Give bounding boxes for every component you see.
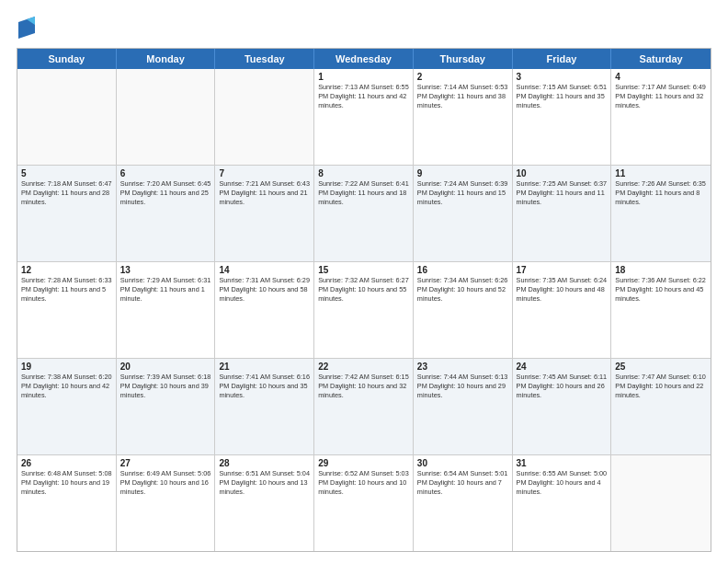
calendar-cell-day-4: 4Sunrise: 7:17 AM Sunset: 6:49 PM Daylig… <box>611 69 711 165</box>
cell-info-22: Sunrise: 7:42 AM Sunset: 6:15 PM Dayligh… <box>318 373 409 401</box>
day-number-2: 2 <box>417 72 508 82</box>
cell-info-4: Sunrise: 7:17 AM Sunset: 6:49 PM Dayligh… <box>615 83 707 111</box>
cell-info-3: Sunrise: 7:15 AM Sunset: 6:51 PM Dayligh… <box>517 83 608 111</box>
calendar-cell-day-29: 29Sunrise: 6:52 AM Sunset: 5:03 PM Dayli… <box>314 455 414 551</box>
day-number-3: 3 <box>517 72 608 82</box>
day-number-22: 22 <box>318 362 409 372</box>
cell-info-10: Sunrise: 7:25 AM Sunset: 6:37 PM Dayligh… <box>517 179 608 208</box>
day-number-27: 27 <box>120 458 211 468</box>
calendar-cell-day-3: 3Sunrise: 7:15 AM Sunset: 6:51 PM Daylig… <box>513 69 612 165</box>
cell-info-29: Sunrise: 6:52 AM Sunset: 5:03 PM Dayligh… <box>318 469 409 498</box>
day-number-6: 6 <box>120 168 211 178</box>
calendar-row-4: 26Sunrise: 6:48 AM Sunset: 5:08 PM Dayli… <box>17 455 711 551</box>
day-number-16: 16 <box>417 265 508 275</box>
calendar-cell-day-8: 8Sunrise: 7:22 AM Sunset: 6:41 PM Daylig… <box>314 166 414 261</box>
calendar-cell-day-12: 12Sunrise: 7:28 AM Sunset: 6:33 PM Dayli… <box>17 262 117 358</box>
day-number-29: 29 <box>318 458 409 468</box>
cell-info-6: Sunrise: 7:20 AM Sunset: 6:45 PM Dayligh… <box>120 179 211 208</box>
cell-info-25: Sunrise: 7:47 AM Sunset: 6:10 PM Dayligh… <box>615 373 707 401</box>
calendar-cell-day-31: 31Sunrise: 6:55 AM Sunset: 5:00 PM Dayli… <box>513 455 612 551</box>
calendar-cell-day-11: 11Sunrise: 7:26 AM Sunset: 6:35 PM Dayli… <box>611 166 711 261</box>
calendar-cell-day-27: 27Sunrise: 6:49 AM Sunset: 5:06 PM Dayli… <box>117 455 216 551</box>
cell-info-12: Sunrise: 7:28 AM Sunset: 6:33 PM Dayligh… <box>21 276 112 304</box>
day-number-8: 8 <box>318 168 409 178</box>
calendar-cell-day-30: 30Sunrise: 6:54 AM Sunset: 5:01 PM Dayli… <box>414 455 513 551</box>
logo-icon <box>18 17 35 39</box>
cell-info-23: Sunrise: 7:44 AM Sunset: 6:13 PM Dayligh… <box>417 373 508 401</box>
cell-info-14: Sunrise: 7:31 AM Sunset: 6:29 PM Dayligh… <box>219 276 310 304</box>
calendar-cell-day-25: 25Sunrise: 7:47 AM Sunset: 6:10 PM Dayli… <box>611 359 711 454</box>
day-number-25: 25 <box>615 362 707 372</box>
day-number-1: 1 <box>318 72 409 82</box>
calendar-cell-day-26: 26Sunrise: 6:48 AM Sunset: 5:08 PM Dayli… <box>17 455 117 551</box>
calendar-cell-day-20: 20Sunrise: 7:39 AM Sunset: 6:18 PM Dayli… <box>117 359 216 454</box>
cell-info-9: Sunrise: 7:24 AM Sunset: 6:39 PM Dayligh… <box>417 179 508 208</box>
day-number-4: 4 <box>615 72 707 82</box>
calendar-cell-day-18: 18Sunrise: 7:36 AM Sunset: 6:22 PM Dayli… <box>611 262 711 358</box>
calendar-cell-day-24: 24Sunrise: 7:45 AM Sunset: 6:11 PM Dayli… <box>513 359 612 454</box>
cell-info-16: Sunrise: 7:34 AM Sunset: 6:26 PM Dayligh… <box>417 276 508 304</box>
calendar-row-2: 12Sunrise: 7:28 AM Sunset: 6:33 PM Dayli… <box>17 262 711 359</box>
cell-info-30: Sunrise: 6:54 AM Sunset: 5:01 PM Dayligh… <box>417 469 508 498</box>
day-number-12: 12 <box>21 265 112 275</box>
calendar-body: 1Sunrise: 7:13 AM Sunset: 6:55 PM Daylig… <box>17 69 711 551</box>
calendar-cell-day-10: 10Sunrise: 7:25 AM Sunset: 6:37 PM Dayli… <box>513 166 612 261</box>
cell-info-27: Sunrise: 6:49 AM Sunset: 5:06 PM Dayligh… <box>120 469 211 498</box>
cell-info-18: Sunrise: 7:36 AM Sunset: 6:22 PM Dayligh… <box>615 276 707 304</box>
header <box>17 17 711 39</box>
calendar-cell-day-14: 14Sunrise: 7:31 AM Sunset: 6:29 PM Dayli… <box>215 262 314 358</box>
day-number-19: 19 <box>21 362 112 372</box>
calendar-cell-day-28: 28Sunrise: 6:51 AM Sunset: 5:04 PM Dayli… <box>215 455 314 551</box>
day-number-5: 5 <box>21 168 112 178</box>
cell-info-5: Sunrise: 7:18 AM Sunset: 6:47 PM Dayligh… <box>21 179 112 208</box>
cell-info-8: Sunrise: 7:22 AM Sunset: 6:41 PM Dayligh… <box>318 179 409 208</box>
calendar-cell-day-16: 16Sunrise: 7:34 AM Sunset: 6:26 PM Dayli… <box>414 262 513 358</box>
calendar-cell-day-5: 5Sunrise: 7:18 AM Sunset: 6:47 PM Daylig… <box>17 166 117 261</box>
calendar-cell-empty <box>215 69 314 165</box>
weekday-header-monday: Monday <box>117 49 216 69</box>
cell-info-31: Sunrise: 6:55 AM Sunset: 5:00 PM Dayligh… <box>517 469 608 498</box>
calendar-cell-day-13: 13Sunrise: 7:29 AM Sunset: 6:31 PM Dayli… <box>117 262 216 358</box>
cell-info-24: Sunrise: 7:45 AM Sunset: 6:11 PM Dayligh… <box>517 373 608 401</box>
day-number-26: 26 <box>21 458 112 468</box>
cell-info-19: Sunrise: 7:38 AM Sunset: 6:20 PM Dayligh… <box>21 373 112 401</box>
day-number-9: 9 <box>417 168 508 178</box>
calendar-cell-day-6: 6Sunrise: 7:20 AM Sunset: 6:45 PM Daylig… <box>117 166 216 261</box>
day-number-14: 14 <box>219 265 310 275</box>
day-number-21: 21 <box>219 362 310 372</box>
calendar-cell-day-7: 7Sunrise: 7:21 AM Sunset: 6:43 PM Daylig… <box>215 166 314 261</box>
cell-info-15: Sunrise: 7:32 AM Sunset: 6:27 PM Dayligh… <box>318 276 409 304</box>
calendar-cell-day-22: 22Sunrise: 7:42 AM Sunset: 6:15 PM Dayli… <box>314 359 414 454</box>
calendar: SundayMondayTuesdayWednesdayThursdayFrid… <box>17 48 711 552</box>
day-number-10: 10 <box>517 168 608 178</box>
logo <box>17 17 35 39</box>
day-number-15: 15 <box>318 265 409 275</box>
page: SundayMondayTuesdayWednesdayThursdayFrid… <box>0 0 728 563</box>
cell-info-2: Sunrise: 7:14 AM Sunset: 6:53 PM Dayligh… <box>417 83 508 111</box>
calendar-row-3: 19Sunrise: 7:38 AM Sunset: 6:20 PM Dayli… <box>17 359 711 455</box>
cell-info-28: Sunrise: 6:51 AM Sunset: 5:04 PM Dayligh… <box>219 469 310 498</box>
calendar-cell-day-19: 19Sunrise: 7:38 AM Sunset: 6:20 PM Dayli… <box>17 359 117 454</box>
weekday-header-friday: Friday <box>513 49 612 69</box>
calendar-cell-empty <box>117 69 216 165</box>
weekday-header-saturday: Saturday <box>611 49 711 69</box>
day-number-17: 17 <box>517 265 608 275</box>
calendar-row-1: 5Sunrise: 7:18 AM Sunset: 6:47 PM Daylig… <box>17 166 711 262</box>
calendar-cell-day-2: 2Sunrise: 7:14 AM Sunset: 6:53 PM Daylig… <box>414 69 513 165</box>
day-number-31: 31 <box>517 458 608 468</box>
weekday-header-sunday: Sunday <box>17 49 117 69</box>
weekday-header-thursday: Thursday <box>414 49 513 69</box>
calendar-cell-day-1: 1Sunrise: 7:13 AM Sunset: 6:55 PM Daylig… <box>314 69 414 165</box>
day-number-23: 23 <box>417 362 508 372</box>
cell-info-21: Sunrise: 7:41 AM Sunset: 6:16 PM Dayligh… <box>219 373 310 401</box>
calendar-header-row: SundayMondayTuesdayWednesdayThursdayFrid… <box>17 49 711 69</box>
day-number-11: 11 <box>615 168 707 178</box>
day-number-20: 20 <box>120 362 211 372</box>
day-number-13: 13 <box>120 265 211 275</box>
weekday-header-tuesday: Tuesday <box>215 49 314 69</box>
day-number-28: 28 <box>219 458 310 468</box>
cell-info-7: Sunrise: 7:21 AM Sunset: 6:43 PM Dayligh… <box>219 179 310 208</box>
cell-info-20: Sunrise: 7:39 AM Sunset: 6:18 PM Dayligh… <box>120 373 211 401</box>
day-number-7: 7 <box>219 168 310 178</box>
day-number-30: 30 <box>417 458 508 468</box>
